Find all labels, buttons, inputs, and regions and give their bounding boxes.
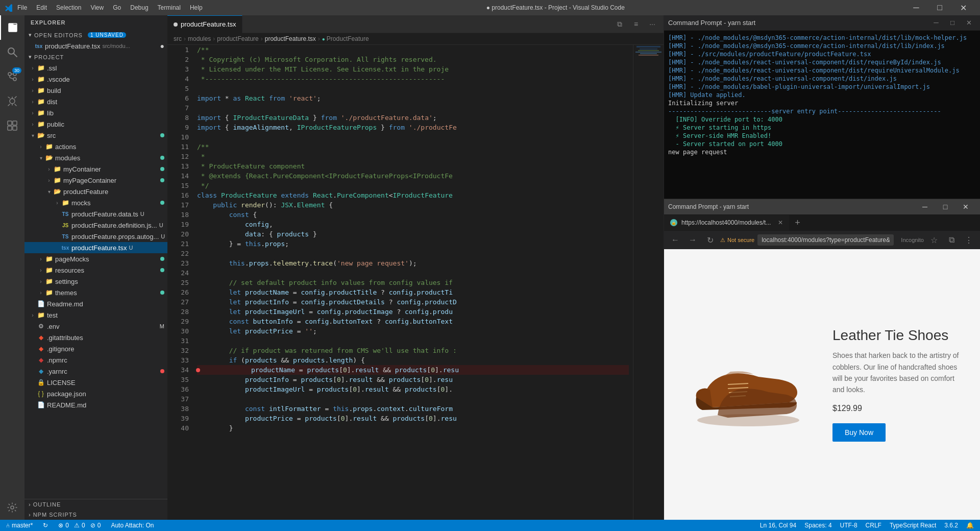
code-line[interactable]: */ xyxy=(197,181,629,190)
minimize-button[interactable]: ─ xyxy=(904,0,928,15)
menu-edit[interactable]: Edit xyxy=(32,3,51,12)
menu-terminal[interactable]: Terminal xyxy=(154,3,185,12)
git-branch-status[interactable]: ⑃ master* xyxy=(4,522,35,529)
code-line[interactable] xyxy=(197,84,629,93)
maximize-terminal-button[interactable]: □ xyxy=(945,17,960,29)
code-content[interactable]: /** * Copyright (c) Microsoft Corporatio… xyxy=(193,45,633,520)
code-line[interactable] xyxy=(197,132,629,142)
activity-search[interactable] xyxy=(0,40,24,64)
tree-package-json[interactable]: { } package.json xyxy=(24,388,167,399)
tree-themes[interactable]: › 📁 themes xyxy=(24,287,167,298)
forward-button[interactable]: → xyxy=(685,233,700,247)
menu-file[interactable]: File xyxy=(13,3,31,12)
outline-section[interactable]: › OUTLINE xyxy=(24,499,167,510)
code-line[interactable]: let productPrice = ''; xyxy=(197,326,629,336)
code-line[interactable]: * @extends {React.PureComponent<IProduct… xyxy=(197,171,629,181)
tree-modules[interactable]: ▾ 📂 modules xyxy=(24,152,167,163)
buy-now-button[interactable]: Buy Now xyxy=(832,423,886,442)
errors-status[interactable]: ⊗ 0 ⚠ 0 ⊘ 0 xyxy=(56,522,103,529)
code-line[interactable]: productName = products[0].result && prod… xyxy=(197,365,629,375)
code-line[interactable] xyxy=(197,336,629,346)
tree-gitattributes[interactable]: ◆ .gitattributes xyxy=(24,332,167,343)
activity-extensions[interactable] xyxy=(0,113,24,138)
code-line[interactable]: * ProductFeature component xyxy=(197,161,629,171)
version-status[interactable]: 3.6.2 xyxy=(942,522,960,529)
code-line[interactable] xyxy=(197,103,629,113)
breadcrumb-file[interactable]: productFeature.tsx xyxy=(265,35,316,42)
open-editor-item[interactable]: tsx productFeature.tsx src/modu... ● xyxy=(24,40,167,52)
code-line[interactable]: import { IProductFeatureData } from './p… xyxy=(197,113,629,123)
language-mode-status[interactable]: TypeScript React xyxy=(888,522,938,529)
tree-test[interactable]: › 📁 test xyxy=(24,309,167,321)
tree-lib[interactable]: › 📁 lib xyxy=(24,107,167,118)
tree-ssl[interactable]: › 📁 .ssl xyxy=(24,62,167,74)
browser-tab-active[interactable]: 🔒 https://localhost4000/modules/t... ✕ xyxy=(664,215,789,230)
code-line[interactable]: } xyxy=(197,423,629,433)
breadcrumb-src[interactable]: src xyxy=(174,35,182,42)
code-line[interactable]: import { imageAlignment, IProductFeature… xyxy=(197,123,629,132)
activity-explorer[interactable] xyxy=(0,15,24,40)
code-line[interactable]: productPrice = products[0].result && pro… xyxy=(197,414,629,423)
browser-close-button[interactable]: ✕ xyxy=(955,199,976,214)
code-line[interactable]: } = this.props; xyxy=(197,239,629,249)
breadcrumb-productfeature[interactable]: productFeature xyxy=(217,35,258,42)
code-line[interactable]: const intlFormatter = this.props.context… xyxy=(197,404,629,414)
editor-tab-productfeature[interactable]: productFeature.tsx xyxy=(167,15,242,33)
code-line[interactable]: let productImageUrl = config.productImag… xyxy=(197,307,629,317)
menu-debug[interactable]: Debug xyxy=(126,3,152,12)
code-line[interactable]: if (products && products.length) { xyxy=(197,355,629,365)
tree-npmrc[interactable]: ◆ .npmrc xyxy=(24,354,167,366)
tree-mocks[interactable]: › 📁 mocks xyxy=(24,197,167,208)
activity-settings[interactable] xyxy=(0,495,24,520)
tree-settings[interactable]: › 📁 settings xyxy=(24,276,167,287)
code-line[interactable] xyxy=(197,268,629,278)
code-line[interactable]: /** xyxy=(197,142,629,152)
code-line[interactable]: class ProductFeature extends React.PureC… xyxy=(197,190,629,200)
tree-data-ts[interactable]: TS productFeature.data.ts U xyxy=(24,208,167,220)
code-line[interactable]: * xyxy=(197,152,629,161)
code-line[interactable]: config, xyxy=(197,220,629,229)
code-line[interactable]: let productName = config.productTitle ? … xyxy=(197,287,629,297)
code-line[interactable]: *---------------------------------------… xyxy=(197,74,629,84)
tree-readme2[interactable]: 📄 README.md xyxy=(24,399,167,411)
code-line[interactable]: // set default product info values from … xyxy=(197,278,629,287)
tree-productfeature-tsx[interactable]: tsx productFeature.tsx U xyxy=(24,242,167,253)
tree-actions[interactable]: › 📁 actions xyxy=(24,141,167,152)
tree-mypagecontainer[interactable]: › 📁 myPageContainer xyxy=(24,175,167,186)
refresh-button[interactable]: ↻ xyxy=(703,233,717,247)
tree-readme-md[interactable]: 📄 Readme.md xyxy=(24,298,167,309)
code-line[interactable]: // if product was returned from CMS we'l… xyxy=(197,346,629,355)
code-line[interactable]: * Copyright (c) Microsoft Corporation. A… xyxy=(197,55,629,64)
activity-source-control[interactable]: 30 xyxy=(0,64,24,89)
notifications-status[interactable]: 🔔 xyxy=(964,522,976,529)
tab-close-icon[interactable]: ✕ xyxy=(778,219,783,226)
tree-build[interactable]: › 📁 build xyxy=(24,85,167,96)
extensions-browser-button[interactable]: ⧉ xyxy=(944,233,959,247)
code-line[interactable]: * Licensed under the MIT License. See Li… xyxy=(197,64,629,74)
code-line[interactable]: let productInfo = config.productDetails … xyxy=(197,297,629,307)
code-line[interactable]: this.props.telemetry.trace('new page req… xyxy=(197,258,629,268)
more-actions-button[interactable]: ≡ xyxy=(629,17,643,31)
bookmark-button[interactable]: ☆ xyxy=(927,233,941,247)
browser-menu-button[interactable]: ⋮ xyxy=(962,233,976,247)
menu-view[interactable]: View xyxy=(86,3,108,12)
close-panel-button[interactable]: ··· xyxy=(645,17,659,31)
auto-attach-status[interactable]: Auto Attach: On xyxy=(109,522,156,529)
code-line[interactable]: /** xyxy=(197,45,629,55)
code-line[interactable]: const { xyxy=(197,210,629,220)
indentation-status[interactable]: Spaces: 4 xyxy=(802,522,834,529)
tree-src[interactable]: ▾ 📂 src xyxy=(24,130,167,141)
menu-selection[interactable]: Selection xyxy=(52,3,85,12)
code-line[interactable] xyxy=(197,394,629,404)
tree-env[interactable]: ⚙ .env M xyxy=(24,321,167,332)
code-line[interactable]: productImageUrl = products[0].result && … xyxy=(197,384,629,394)
close-button[interactable]: ✕ xyxy=(951,0,975,15)
menu-go[interactable]: Go xyxy=(109,3,125,12)
code-line[interactable]: productInfo = products[0].result && prod… xyxy=(197,375,629,384)
tree-productfeature-folder[interactable]: ▾ 📂 productFeature xyxy=(24,186,167,197)
browser-maximize-button[interactable]: □ xyxy=(935,199,955,214)
line-endings-status[interactable]: CRLF xyxy=(864,522,884,529)
activity-debug[interactable] xyxy=(0,89,24,113)
new-tab-button[interactable]: + xyxy=(789,214,805,231)
sync-status[interactable]: ↻ xyxy=(41,522,50,529)
